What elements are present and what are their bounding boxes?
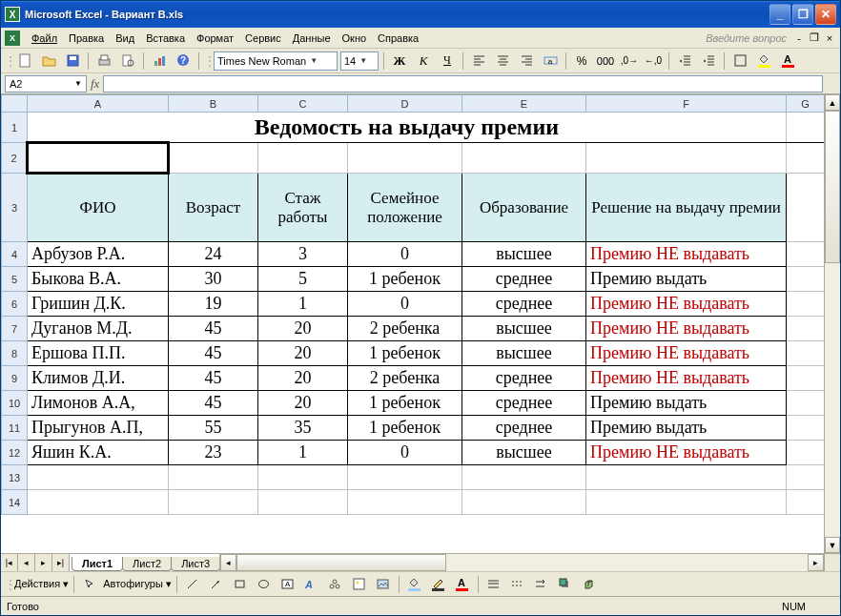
sheet-title-cell[interactable]: Ведомость на выдачу премии [28,113,787,143]
row-header[interactable]: 12 [2,441,28,465]
cell-tenure[interactable]: 5 [258,267,348,292]
scroll-down-button[interactable]: ▼ [825,537,840,553]
increase-indent-button[interactable] [698,51,719,72]
cell-family[interactable]: 2 ребенка [348,366,462,391]
cell-edu[interactable]: высшее [462,242,586,267]
dash-style-button[interactable] [507,574,528,595]
cell-decision[interactable]: Премию НЕ выдавать [586,242,787,267]
cell-edu[interactable]: высшее [462,317,586,341]
select-objects-button[interactable] [79,574,100,595]
row-header[interactable]: 13 [2,465,28,490]
mdi-restore-button[interactable]: ❐ [808,31,821,45]
arrow-button[interactable] [206,574,227,595]
col-header[interactable]: E [462,95,586,113]
cell-fio[interactable]: Гришин Д.К. [28,292,169,317]
line-style-button[interactable] [483,574,504,595]
fx-icon[interactable]: fx [91,76,99,92]
decrease-indent-button[interactable] [674,51,695,72]
active-cell[interactable] [28,143,169,174]
cell-fio[interactable]: Арбузов Р.А. [28,242,169,267]
draw-actions-menu[interactable]: Действия ▾ [14,578,69,590]
scroll-left-button[interactable]: ◂ [220,554,236,571]
cell-age[interactable]: 45 [169,391,258,416]
cell-fio[interactable]: Климов Д.И. [28,366,169,391]
cell-age[interactable]: 30 [169,267,258,292]
print-button[interactable] [93,51,114,72]
increase-decimal-button[interactable]: ,0→ [619,51,640,72]
line-button[interactable] [182,574,203,595]
cell-edu[interactable]: среднее [462,416,586,441]
close-button[interactable]: ✕ [815,4,836,25]
align-right-button[interactable] [516,51,537,72]
italic-button[interactable]: К [413,51,434,72]
col-header[interactable]: G [787,95,825,113]
clipart-button[interactable] [349,574,370,595]
row-header[interactable]: 11 [2,416,28,441]
sheet-tab-3[interactable]: Лист3 [171,557,220,571]
ask-question-box[interactable]: Введите вопрос [706,32,787,44]
open-button[interactable] [38,51,59,72]
mdi-close-button[interactable]: × [823,31,836,45]
currency-button[interactable]: % [571,51,592,72]
maximize-button[interactable]: ❐ [792,4,813,25]
col-header[interactable]: A [28,95,169,113]
cell-family[interactable]: 0 [348,292,462,317]
textbox-button[interactable]: A [277,574,298,595]
font-color-button[interactable]: A [452,574,473,595]
menu-window[interactable]: Окно [337,31,373,46]
tab-nav-last[interactable]: ▸| [52,554,70,571]
toolbar-grip[interactable]: ⋮ [204,54,211,68]
row-header[interactable]: 3 [2,174,28,242]
cell-edu[interactable]: высшее [462,341,586,366]
cell-age[interactable]: 23 [169,441,258,465]
menu-view[interactable]: Вид [110,31,140,46]
sheet-tab-2[interactable]: Лист2 [122,557,172,571]
new-button[interactable] [14,51,35,72]
cell-family[interactable]: 1 ребенок [348,416,462,441]
chart-button[interactable] [149,51,170,72]
rectangle-button[interactable] [230,574,251,595]
shadow-button[interactable] [555,574,576,595]
cell-age[interactable]: 45 [169,317,258,341]
menu-tools[interactable]: Сервис [239,31,287,46]
font-size-combo[interactable]: 14▼ [340,51,379,71]
font-color-button[interactable]: A [777,51,798,72]
menu-edit[interactable]: Правка [63,31,110,46]
row-header[interactable]: 4 [2,242,28,267]
borders-button[interactable] [729,51,750,72]
cell-tenure[interactable]: 20 [258,366,348,391]
cell-decision[interactable]: Премию выдать [586,267,787,292]
toolbar-grip[interactable]: ⋮ [5,54,11,68]
tab-nav-first[interactable]: |◂ [1,554,18,571]
col-header[interactable]: D [348,95,462,113]
fill-color-button[interactable] [753,51,774,72]
row-header[interactable]: 7 [2,317,28,341]
font-name-combo[interactable]: Times New Roman▼ [214,51,338,71]
row-header[interactable]: 8 [2,341,28,366]
row-header[interactable]: 1 [2,113,28,143]
autoshapes-menu[interactable]: Автофигуры ▾ [103,578,172,590]
horizontal-scrollbar[interactable]: ◂ ▸ [219,554,824,571]
cell-family[interactable]: 1 ребенок [348,391,462,416]
arrow-style-button[interactable] [531,574,552,595]
col-header[interactable]: C [258,95,348,113]
tab-nav-next[interactable]: ▸ [35,554,52,571]
cell-family[interactable]: 1 ребенок [348,267,462,292]
diagram-button[interactable] [325,574,346,595]
align-center-button[interactable] [492,51,513,72]
cell-tenure[interactable]: 1 [258,441,348,465]
row-header[interactable]: 6 [2,292,28,317]
cell-fio[interactable]: Быкова В.А. [28,267,169,292]
bold-button[interactable]: Ж [389,51,410,72]
workbook-icon[interactable]: X [5,31,20,46]
cell-tenure[interactable]: 20 [258,317,348,341]
header-decision[interactable]: Решение на выдачу премии [586,174,787,242]
help-button[interactable]: ? [173,51,194,72]
scroll-thumb[interactable] [825,111,840,263]
cell-decision[interactable]: Премию НЕ выдавать [586,441,787,465]
cell-age[interactable]: 45 [169,341,258,366]
sheet-tab-1[interactable]: Лист1 [72,557,123,571]
print-preview-button[interactable] [117,51,138,72]
cell-fio[interactable]: Прыгунов А.П, [28,416,169,441]
cell-age[interactable]: 55 [169,416,258,441]
